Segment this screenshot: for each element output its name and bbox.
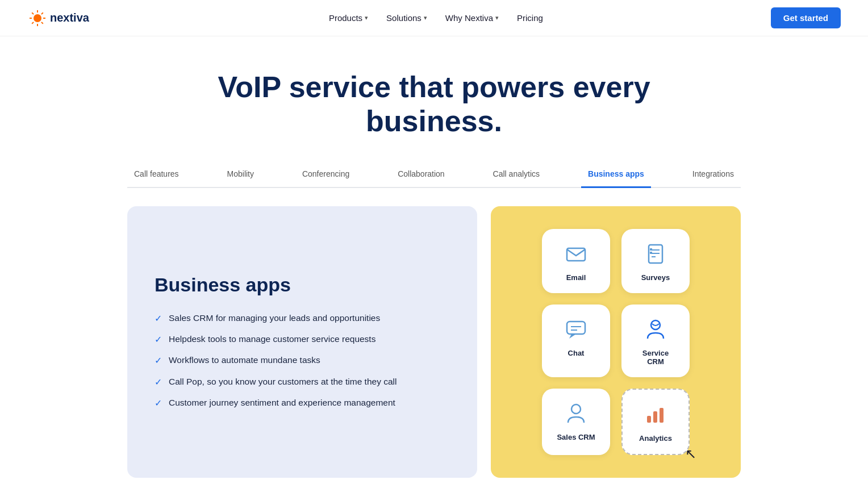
logo[interactable]: nextiva [27, 8, 101, 28]
check-icon: ✓ [155, 354, 162, 367]
tab-call-features[interactable]: Call features [127, 161, 186, 188]
app-label-email: Email [566, 273, 586, 282]
app-card-surveys: Surveys [621, 229, 690, 293]
nav-links: Products ▾ Solutions ▾ Why Nextiva ▾ Pri… [329, 13, 543, 23]
cursor-pointer-icon: ↖ [685, 446, 696, 462]
chevron-down-icon: ▾ [365, 14, 368, 22]
svg-rect-23 [647, 416, 651, 423]
check-icon: ✓ [155, 312, 162, 325]
svg-rect-17 [567, 322, 585, 334]
svg-rect-24 [653, 411, 657, 423]
app-card-analytics: Analytics ↖ [621, 389, 690, 455]
svg-rect-25 [660, 408, 663, 423]
apps-grid: Email Surveys [542, 229, 690, 455]
service-crm-icon [642, 316, 669, 343]
navbar: nextiva Products ▾ Solutions ▾ Why Nexti… [0, 0, 868, 36]
section-title: Business apps [155, 274, 450, 296]
left-panel: Business apps ✓ Sales CRM for managing y… [127, 206, 477, 478]
app-card-service-crm: ServiceCRM [621, 305, 690, 377]
check-icon: ✓ [155, 376, 162, 389]
nav-why-nextiva[interactable]: Why Nextiva ▾ [445, 13, 499, 23]
hero-headline: VoIP service that powers every business. [178, 70, 690, 139]
tab-collaboration[interactable]: Collaboration [391, 161, 452, 188]
chevron-down-icon: ▾ [495, 14, 499, 22]
chat-icon [562, 316, 590, 343]
nav-pricing[interactable]: Pricing [517, 13, 543, 23]
app-card-email: Email [542, 229, 610, 293]
svg-line-8 [32, 22, 34, 23]
right-panel: Email Surveys [491, 206, 741, 478]
list-item: ✓ Customer journey sentiment and experie… [155, 397, 450, 410]
tab-call-analytics[interactable]: Call analytics [486, 161, 546, 188]
content-area: Business apps ✓ Sales CRM for managing y… [116, 206, 752, 478]
get-started-button[interactable]: Get started [771, 7, 841, 28]
app-label-service-crm: ServiceCRM [642, 349, 669, 366]
svg-rect-15 [650, 248, 652, 251]
nav-products[interactable]: Products ▾ [329, 13, 368, 23]
tab-integrations[interactable]: Integrations [686, 161, 741, 188]
check-icon: ✓ [155, 333, 162, 346]
svg-point-22 [571, 404, 581, 414]
tab-conferencing[interactable]: Conferencing [295, 161, 356, 188]
product-tabs: Call features Mobility Conferencing Coll… [127, 161, 741, 188]
list-item: ✓ Call Pop, so you know your customers a… [155, 376, 450, 389]
chevron-down-icon: ▾ [424, 14, 427, 22]
app-label-analytics: Analytics [639, 434, 672, 443]
analytics-icon [642, 401, 669, 428]
check-icon: ✓ [155, 397, 162, 410]
sales-crm-icon [562, 400, 590, 427]
nav-solutions[interactable]: Solutions ▾ [386, 13, 427, 23]
list-item: ✓ Sales CRM for managing your leads and … [155, 312, 450, 325]
app-label-surveys: Surveys [641, 273, 670, 282]
hero-section: VoIP service that powers every business. [0, 36, 868, 161]
list-item: ✓ Workflows to automate mundane tasks [155, 354, 450, 367]
svg-point-0 [34, 14, 41, 22]
app-card-chat: Chat [542, 305, 610, 377]
svg-line-6 [41, 22, 43, 23]
app-label-sales-crm: Sales CRM [557, 433, 595, 441]
app-card-sales-crm: Sales CRM [542, 389, 610, 455]
surveys-icon [642, 240, 669, 268]
svg-rect-10 [567, 248, 585, 261]
svg-rect-16 [650, 252, 652, 254]
email-icon [562, 240, 590, 268]
svg-text:nextiva: nextiva [50, 11, 90, 24]
tab-business-apps[interactable]: Business apps [581, 161, 651, 188]
app-label-chat: Chat [568, 349, 585, 357]
list-item: ✓ Helpdesk tools to manage customer serv… [155, 333, 450, 346]
tab-mobility[interactable]: Mobility [220, 161, 261, 188]
svg-line-7 [41, 12, 43, 14]
feature-list: ✓ Sales CRM for managing your leads and … [155, 312, 450, 410]
svg-line-5 [32, 12, 34, 14]
tabs-container: Call features Mobility Conferencing Coll… [116, 161, 752, 188]
